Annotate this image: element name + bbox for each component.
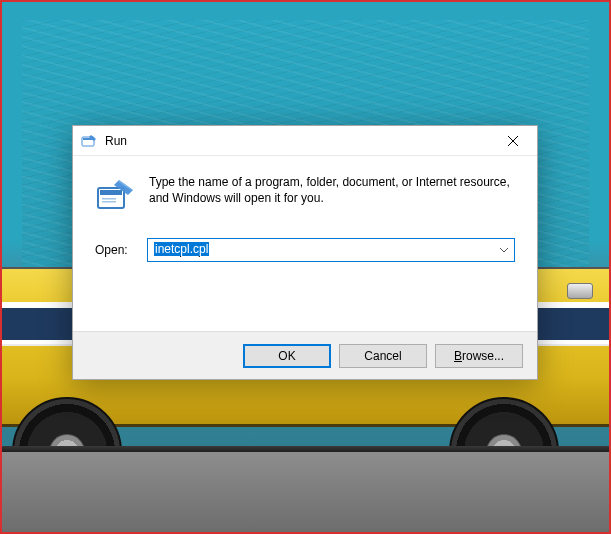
browse-accel: B	[454, 349, 462, 363]
open-combobox[interactable]: inetcpl.cpl	[147, 238, 515, 262]
browse-button[interactable]: Browse...	[435, 344, 523, 368]
cancel-button[interactable]: Cancel	[339, 344, 427, 368]
dialog-description: Type the name of a program, folder, docu…	[149, 174, 515, 206]
close-icon	[508, 136, 518, 146]
run-icon	[95, 176, 135, 216]
browse-rest: rowse...	[462, 349, 504, 363]
titlebar[interactable]: Run	[73, 126, 537, 156]
run-icon	[81, 133, 97, 149]
svg-rect-3	[100, 190, 122, 195]
dialog-title: Run	[105, 134, 490, 148]
close-button[interactable]	[490, 126, 535, 155]
button-row: OK Cancel Browse...	[73, 331, 537, 379]
open-input[interactable]	[147, 238, 515, 262]
svg-rect-4	[102, 198, 116, 200]
chevron-down-icon[interactable]	[494, 239, 514, 261]
dialog-content: Type the name of a program, folder, docu…	[73, 156, 537, 331]
run-dialog: Run Type the name of a program, folder, …	[72, 125, 538, 380]
open-label: Open:	[95, 243, 135, 257]
svg-rect-5	[102, 201, 116, 203]
ok-button[interactable]: OK	[243, 344, 331, 368]
